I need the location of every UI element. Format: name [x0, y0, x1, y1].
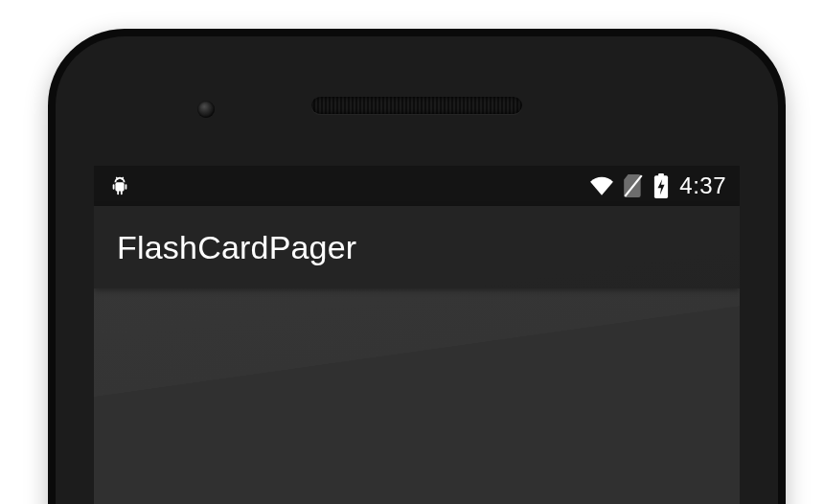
device-screen: 4:37 FlashCardPager — [94, 166, 740, 504]
power-button — [782, 479, 786, 504]
battery-charging-icon — [652, 173, 670, 198]
android-debug-icon — [109, 175, 130, 196]
svg-point-4 — [121, 180, 123, 182]
phone-bezel: 4:37 FlashCardPager — [56, 36, 778, 504]
no-sim-icon — [624, 174, 643, 197]
status-bar[interactable]: 4:37 — [94, 166, 740, 206]
phone-frame: 4:37 FlashCardPager — [48, 29, 786, 504]
earpiece-speaker — [311, 97, 522, 114]
svg-point-3 — [117, 180, 119, 182]
wifi-icon — [589, 175, 614, 196]
front-camera — [197, 101, 215, 118]
status-clock: 4:37 — [679, 172, 726, 199]
app-bar: FlashCardPager — [94, 206, 740, 288]
svg-rect-11 — [658, 173, 664, 176]
app-title: FlashCardPager — [117, 229, 356, 266]
svg-rect-0 — [115, 182, 124, 191]
